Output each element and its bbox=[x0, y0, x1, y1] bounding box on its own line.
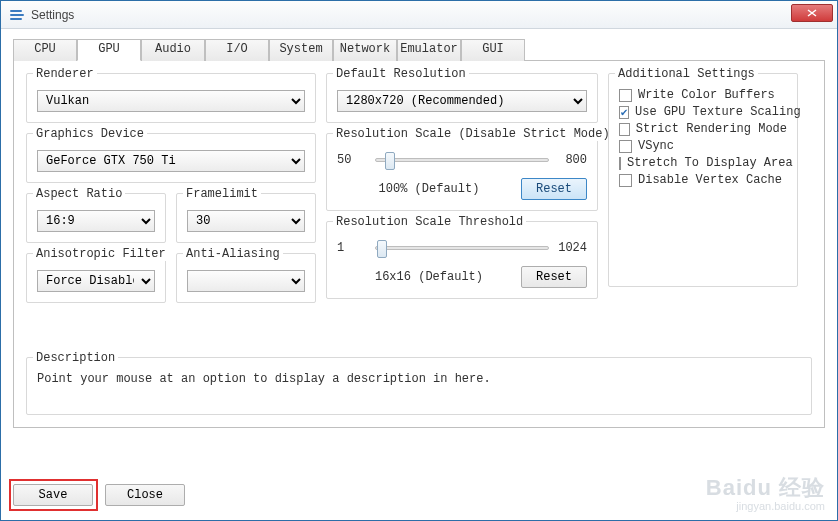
watermark-url: jingyan.baidu.com bbox=[706, 500, 825, 512]
res-thresh-slider[interactable] bbox=[375, 238, 549, 258]
app-icon bbox=[9, 7, 25, 23]
framelimit-select[interactable]: 30 bbox=[187, 210, 305, 232]
description-legend: Description bbox=[33, 351, 118, 365]
res-scale-min: 50 bbox=[337, 153, 369, 167]
aspect-ratio-group: Aspect Ratio 16:9 bbox=[26, 193, 166, 243]
graphics-device-legend: Graphics Device bbox=[33, 127, 147, 141]
tab-audio[interactable]: Audio bbox=[141, 39, 205, 61]
res-thresh-max: 1024 bbox=[555, 241, 587, 255]
graphics-device-group: Graphics Device GeForce GTX 750 Ti bbox=[26, 133, 316, 183]
additional-settings-legend: Additional Settings bbox=[615, 67, 758, 81]
resolution-threshold-group: Resolution Scale Threshold 1 1024 16x16 … bbox=[326, 221, 598, 299]
res-thresh-reset-button[interactable]: Reset bbox=[521, 266, 587, 288]
description-group: Description Point your mouse at an optio… bbox=[26, 357, 812, 415]
checkbox-strict-rendering-mode[interactable]: Strict Rendering Mode bbox=[619, 122, 787, 136]
checkbox-disable-vertex-cache[interactable]: Disable Vertex Cache bbox=[619, 173, 787, 187]
anisotropic-legend: Anisotropic Filter bbox=[33, 247, 169, 261]
titlebar: Settings bbox=[1, 1, 837, 29]
tab-system[interactable]: System bbox=[269, 39, 333, 61]
aspect-ratio-select[interactable]: 16:9 bbox=[37, 210, 155, 232]
tab-emulator[interactable]: Emulator bbox=[397, 39, 461, 61]
anisotropic-group: Anisotropic Filter Force Disabled bbox=[26, 253, 166, 303]
renderer-select[interactable]: Vulkan bbox=[37, 90, 305, 112]
res-scale-value-label: 100% (Default) bbox=[337, 182, 521, 196]
tab-gui[interactable]: GUI bbox=[461, 39, 525, 61]
default-resolution-group: Default Resolution 1280x720 (Recommended… bbox=[326, 73, 598, 123]
tab-gpu[interactable]: GPU bbox=[77, 39, 141, 61]
window-title: Settings bbox=[31, 8, 74, 22]
antialiasing-select[interactable] bbox=[187, 270, 305, 292]
content-area: CPU GPU Audio I/O System Network Emulato… bbox=[1, 29, 837, 440]
renderer-group: Renderer Vulkan bbox=[26, 73, 316, 123]
tab-cpu[interactable]: CPU bbox=[13, 39, 77, 61]
res-thresh-value-label: 16x16 (Default) bbox=[337, 270, 521, 284]
checkbox-icon bbox=[619, 174, 632, 187]
anisotropic-select[interactable]: Force Disabled bbox=[37, 270, 155, 292]
resolution-threshold-legend: Resolution Scale Threshold bbox=[333, 215, 526, 229]
checkbox-gpu-texture-scaling[interactable]: ✔ Use GPU Texture Scaling bbox=[619, 105, 787, 119]
checkbox-stretch-display-area[interactable]: Stretch To Display Area bbox=[619, 156, 787, 170]
save-button[interactable]: Save bbox=[13, 484, 93, 506]
renderer-legend: Renderer bbox=[33, 67, 97, 81]
description-text: Point your mouse at an option to display… bbox=[37, 366, 801, 404]
settings-window: Settings CPU GPU Audio I/O System Networ… bbox=[0, 0, 838, 521]
res-scale-reset-button[interactable]: Reset bbox=[521, 178, 587, 200]
framelimit-group: Framelimit 30 bbox=[176, 193, 316, 243]
framelimit-legend: Framelimit bbox=[183, 187, 261, 201]
checkbox-icon bbox=[619, 123, 630, 136]
res-thresh-min: 1 bbox=[337, 241, 369, 255]
tabs-bar: CPU GPU Audio I/O System Network Emulato… bbox=[13, 39, 825, 61]
resolution-scale-group: Resolution Scale (Disable Strict Mode) 5… bbox=[326, 133, 598, 211]
graphics-device-select[interactable]: GeForce GTX 750 Ti bbox=[37, 150, 305, 172]
tab-network[interactable]: Network bbox=[333, 39, 397, 61]
bottom-button-bar: Save Close bbox=[13, 484, 185, 506]
antialiasing-group: Anti-Aliasing bbox=[176, 253, 316, 303]
checkbox-icon bbox=[619, 157, 621, 170]
res-scale-max: 800 bbox=[555, 153, 587, 167]
watermark: Baidu 经验 jingyan.baidu.com bbox=[706, 476, 825, 512]
checkbox-icon: ✔ bbox=[619, 106, 629, 119]
resolution-scale-legend: Resolution Scale (Disable Strict Mode) bbox=[333, 127, 613, 141]
watermark-brand: Baidu 经验 bbox=[706, 476, 825, 500]
res-scale-slider[interactable] bbox=[375, 150, 549, 170]
checkbox-icon bbox=[619, 89, 632, 102]
default-resolution-legend: Default Resolution bbox=[333, 67, 469, 81]
aspect-ratio-legend: Aspect Ratio bbox=[33, 187, 125, 201]
additional-settings-group: Additional Settings Write Color Buffers … bbox=[608, 73, 798, 287]
checkbox-write-color-buffers[interactable]: Write Color Buffers bbox=[619, 88, 787, 102]
checkbox-icon bbox=[619, 140, 632, 153]
default-resolution-select[interactable]: 1280x720 (Recommended) bbox=[337, 90, 587, 112]
tab-pane-gpu: Renderer Vulkan Graphics Device GeForce … bbox=[13, 61, 825, 428]
antialiasing-legend: Anti-Aliasing bbox=[183, 247, 283, 261]
tab-io[interactable]: I/O bbox=[205, 39, 269, 61]
close-button[interactable]: Close bbox=[105, 484, 185, 506]
checkbox-vsync[interactable]: VSync bbox=[619, 139, 787, 153]
window-close-button[interactable] bbox=[791, 4, 833, 22]
